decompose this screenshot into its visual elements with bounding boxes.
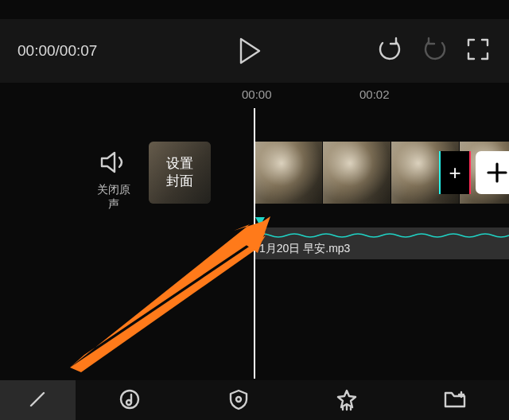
- cue-marker-icon: [254, 216, 266, 228]
- ruler-tick-1: 00:02: [359, 88, 390, 101]
- ruler-tick-0: 00:00: [242, 88, 272, 101]
- clip-frame[interactable]: [254, 142, 322, 204]
- plus-icon: [485, 161, 509, 185]
- bottom-toolbar: [0, 380, 509, 420]
- clip-frame[interactable]: [323, 142, 390, 204]
- audio-track[interactable]: 1月20日 早安.mp3: [254, 228, 509, 259]
- timeline-ruler[interactable]: 00:00 00:02: [0, 83, 509, 108]
- redo-button[interactable]: [423, 37, 449, 65]
- top-bar: 00:00/00:07: [0, 19, 509, 83]
- mute-original-button[interactable]: 关闭原声: [94, 151, 134, 212]
- tool-protect[interactable]: [184, 380, 292, 420]
- waveform: [254, 232, 509, 239]
- add-clip-button[interactable]: [476, 151, 509, 194]
- shield-icon: [227, 388, 250, 410]
- add-tiktok-button[interactable]: +: [439, 151, 471, 194]
- pencil-icon: [28, 388, 49, 409]
- undo-button[interactable]: [376, 37, 402, 65]
- fullscreen-button[interactable]: [466, 37, 490, 64]
- svg-marker-0: [70, 220, 269, 368]
- star-bars-icon: [335, 388, 359, 412]
- speaker-icon: [100, 151, 127, 173]
- tool-music[interactable]: [76, 380, 184, 420]
- playhead[interactable]: [254, 108, 255, 379]
- svg-point-5: [236, 397, 241, 402]
- tool-edit[interactable]: [0, 380, 76, 420]
- annotation-arrow: [70, 215, 277, 374]
- tool-folder[interactable]: [401, 380, 509, 420]
- mute-original-label: 关闭原声: [94, 183, 134, 212]
- svg-point-4: [126, 400, 131, 405]
- plus-icon: +: [449, 161, 460, 185]
- audio-filename: 1月20日 早安.mp3: [259, 242, 350, 256]
- timecode: 00:00/00:07: [17, 42, 97, 60]
- music-note-icon: [119, 388, 141, 410]
- set-cover-button[interactable]: 设置 封面: [149, 142, 211, 204]
- svg-marker-1: [70, 235, 266, 372]
- tool-effects[interactable]: [293, 380, 401, 420]
- add-clip-group: +: [439, 151, 509, 194]
- folder-plus-icon: [443, 388, 467, 409]
- set-cover-label: 设置 封面: [166, 155, 193, 190]
- play-button[interactable]: [238, 37, 262, 64]
